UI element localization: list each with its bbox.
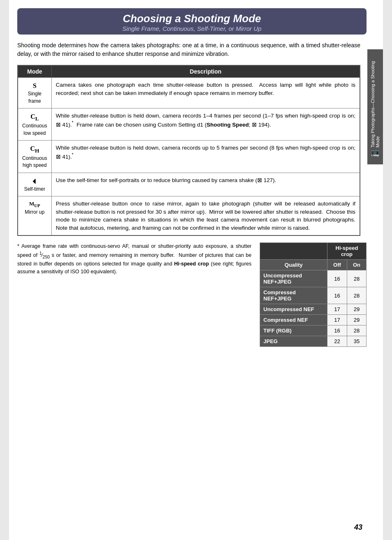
mode-cell-ch: CH Continuoushigh speed (18, 141, 51, 173)
desc-cell-single: Camera takes one photograph each time sh… (51, 78, 360, 108)
col-on: On (347, 260, 366, 270)
crop-row-off: 16 (327, 270, 347, 287)
desc-cell-mirrorup: Press shutter-release button once to rai… (51, 196, 360, 236)
page: Choosing a Shooting Mode Single Frame, C… (9, 0, 383, 540)
mode-cell-mirrorup: MUP Mirror up (18, 196, 51, 236)
crop-row-label: TIFF (RGB) (260, 325, 327, 336)
crop-table-row: Uncompressed NEF1729 (260, 304, 367, 315)
crop-row-off: 16 (327, 287, 347, 304)
crop-row-off: 16 (327, 325, 347, 336)
desc-cell-cl: While shutter-release button is held dow… (51, 108, 360, 140)
crop-row-on: 29 (347, 315, 366, 325)
bottom-section: * Average frame rate with continuous-ser… (17, 242, 367, 347)
crop-table-row: Compressed NEF+JPEG1628 (260, 287, 367, 304)
crop-row-off: 17 (327, 315, 347, 325)
crop-table-row: TIFF (RGB)1628 (260, 325, 367, 336)
crop-row-on: 28 (347, 287, 366, 304)
table-row: CL Continuouslow speed While shutter-rel… (18, 108, 360, 140)
col-header-desc: Description (51, 65, 360, 78)
mode-letter-cl: CL (30, 113, 39, 120)
crop-row-on: 29 (347, 304, 366, 315)
crop-row-off: 17 (327, 304, 347, 315)
mode-letter-selftimer: ⏴ (31, 178, 38, 185)
mode-letter-ch: CH (30, 145, 39, 152)
quality-header (260, 243, 327, 260)
title-box: Choosing a Shooting Mode Single Frame, C… (17, 8, 367, 35)
crop-table-wrap: Hi-speed crop Quality Off On Uncompresse… (260, 242, 367, 347)
crop-row-label: Compressed NEF+JPEG (260, 287, 327, 304)
crop-row-off: 22 (327, 336, 347, 347)
mode-name-ch: Continuoushigh speed (22, 155, 47, 169)
intro-text: Shooting mode determines how the camera … (17, 41, 360, 58)
mode-name-cl: Continuouslow speed (22, 122, 47, 137)
crop-row-label: Uncompressed NEF (260, 304, 327, 315)
table-row: MUP Mirror up Press shutter-release butt… (18, 196, 360, 236)
mode-cell-single: S Singleframe (18, 78, 51, 108)
col-quality: Quality (260, 260, 327, 270)
col-off: Off (327, 260, 347, 270)
side-tab-icon: 📷 (371, 150, 379, 158)
crop-row-on: 28 (347, 325, 366, 336)
crop-row-on: 28 (347, 270, 366, 287)
crop-row-label: Uncompressed NEF+JPEG (260, 270, 327, 287)
desc-cell-ch: While shutter-release button is held dow… (51, 141, 360, 173)
col-header-mode: Mode (18, 65, 51, 78)
table-row: S Singleframe Camera takes one photograp… (18, 78, 360, 108)
title-main: Choosing a Shooting Mode (25, 12, 358, 25)
mode-letter-mirrorup: MUP (29, 201, 40, 207)
page-number: 43 (354, 523, 362, 532)
table-row: CH Continuoushigh speed While shutter-re… (18, 141, 360, 173)
crop-table: Hi-speed crop Quality Off On Uncompresse… (260, 242, 367, 347)
mode-name-mirrorup: Mirror up (22, 209, 47, 216)
table-row: ⏴ Self-timer Use the self-timer for self… (18, 173, 360, 196)
crop-table-row: JPEG2235 (260, 336, 367, 347)
side-tab-text: Taking Photographs—Choosing a Shooting M… (370, 55, 380, 148)
crop-table-row: Compressed NEF1729 (260, 315, 367, 325)
hi-speed-header: Hi-speed crop (327, 243, 366, 260)
crop-table-row: Uncompressed NEF+JPEG1628 (260, 270, 367, 287)
title-sub: Single Frame, Continuous, Self-Timer, or… (25, 25, 358, 32)
side-tab: 📷 Taking Photographs—Choosing a Shooting… (367, 49, 383, 164)
mode-cell-cl: CL Continuouslow speed (18, 108, 51, 140)
footnote: * Average frame rate with continuous-ser… (17, 242, 251, 347)
mode-name-selftimer: Self-timer (22, 186, 47, 193)
crop-row-label: JPEG (260, 336, 327, 347)
shooting-modes-table: Mode Description S Singleframe Camera ta… (17, 65, 360, 236)
desc-cell-selftimer: Use the self-timer for self-portraits or… (51, 173, 360, 196)
crop-row-on: 35 (347, 336, 366, 347)
mode-name-s: Singleframe (22, 90, 47, 105)
crop-row-label: Compressed NEF (260, 315, 327, 325)
mode-cell-selftimer: ⏴ Self-timer (18, 173, 51, 196)
mode-letter-s: S (33, 82, 37, 89)
